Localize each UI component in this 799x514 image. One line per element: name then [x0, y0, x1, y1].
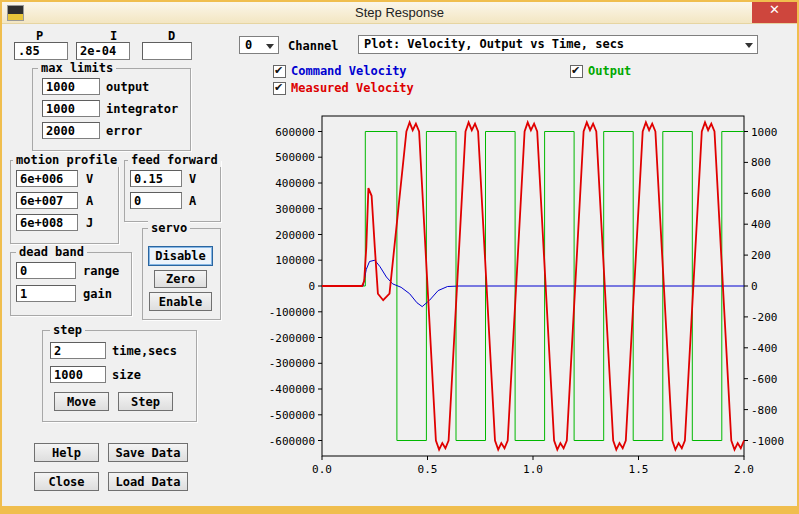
svg-text:0: 0 [308, 280, 315, 293]
dead-band-gain-input[interactable] [16, 285, 76, 302]
max-limits-title: max limits [38, 61, 116, 75]
output-limit-input[interactable] [42, 78, 100, 95]
svg-text:-600000: -600000 [269, 435, 315, 448]
step-button[interactable]: Step [118, 392, 173, 411]
step-time-label: time,secs [112, 344, 177, 358]
svg-text:-200: -200 [751, 311, 778, 324]
step-size-input[interactable] [50, 366, 106, 383]
app-icon [7, 5, 24, 21]
command-velocity-label: Command Velocity [291, 64, 407, 78]
feed-forward-v-label: V [189, 172, 196, 186]
svg-text:1000: 1000 [751, 126, 778, 139]
dead-band-range-input[interactable] [16, 262, 76, 279]
integrator-limit-label: integrator [106, 102, 178, 116]
window-bottom-border [2, 506, 797, 512]
step-title: step [50, 323, 85, 337]
svg-text:600: 600 [751, 187, 771, 200]
svg-text:0.0: 0.0 [312, 463, 332, 476]
acceleration-input[interactable] [16, 192, 78, 209]
jerk-input[interactable] [16, 214, 78, 231]
error-limit-input[interactable] [42, 122, 100, 139]
svg-text:400000: 400000 [275, 177, 315, 190]
feed-forward-a-input[interactable] [130, 192, 182, 209]
measured-velocity-checkbox[interactable] [273, 82, 286, 95]
plot-type-select-value: Plot: Velocity, Output vs Time, secs [364, 37, 624, 51]
step-response-window: Step Response ✕ P I D max limits output … [0, 0, 799, 514]
svg-text:400: 400 [751, 218, 771, 231]
svg-text:-400: -400 [751, 342, 778, 355]
svg-text:-400000: -400000 [269, 383, 315, 396]
velocity-unit-label: V [86, 172, 93, 186]
output-checkbox[interactable] [570, 65, 583, 78]
svg-text:300000: 300000 [275, 203, 315, 216]
help-button[interactable]: Help [34, 443, 99, 462]
svg-text:-300000: -300000 [269, 357, 315, 370]
window-title: Step Response [355, 5, 444, 20]
i-label: I [110, 29, 117, 43]
servo-title: servo [148, 221, 190, 235]
motion-profile-title: motion profile [13, 153, 120, 167]
enable-button[interactable]: Enable [149, 292, 212, 311]
acceleration-unit-label: A [86, 194, 93, 208]
svg-text:200: 200 [751, 249, 771, 262]
dead-band-gain-label: gain [83, 287, 112, 301]
channel-label: Channel [288, 39, 339, 53]
command-velocity-checkbox[interactable] [273, 65, 286, 78]
i-input[interactable] [76, 42, 130, 60]
channel-select[interactable]: 0 [239, 36, 279, 54]
velocity-input[interactable] [16, 170, 78, 187]
load-data-button[interactable]: Load Data [108, 472, 188, 491]
disable-button[interactable]: Disable [148, 246, 213, 266]
channel-select-value: 0 [245, 38, 252, 52]
svg-text:800: 800 [751, 156, 771, 169]
svg-text:1.5: 1.5 [629, 463, 649, 476]
output-label: Output [588, 64, 631, 78]
d-label: D [168, 29, 175, 43]
svg-text:2.0: 2.0 [734, 463, 754, 476]
chevron-down-icon [745, 43, 753, 52]
close-icon: ✕ [769, 2, 780, 17]
step-response-plot: 6000005000004000003000002000001000000-10… [247, 98, 795, 503]
svg-text:500000: 500000 [275, 151, 315, 164]
svg-text:-200000: -200000 [269, 332, 315, 345]
close-window-button[interactable]: ✕ [752, 2, 797, 23]
chevron-down-icon [266, 44, 274, 53]
svg-text:1.0: 1.0 [523, 463, 543, 476]
svg-text:-100000: -100000 [269, 306, 315, 319]
feed-forward-v-input[interactable] [130, 170, 182, 187]
svg-text:200000: 200000 [275, 229, 315, 242]
svg-text:-500000: -500000 [269, 409, 315, 422]
zero-button[interactable]: Zero [154, 270, 207, 288]
move-button[interactable]: Move [54, 392, 109, 411]
d-input[interactable] [142, 42, 192, 60]
svg-text:0.5: 0.5 [418, 463, 438, 476]
svg-text:0: 0 [751, 280, 758, 293]
integrator-limit-input[interactable] [42, 100, 100, 117]
feed-forward-a-label: A [189, 194, 196, 208]
plot-type-select[interactable]: Plot: Velocity, Output vs Time, secs [358, 35, 758, 54]
dead-band-range-label: range [83, 264, 119, 278]
svg-text:100000: 100000 [275, 254, 315, 267]
dead-band-title: dead band [16, 245, 87, 259]
step-size-label: size [112, 368, 141, 382]
close-button[interactable]: Close [34, 472, 99, 491]
output-limit-label: output [106, 80, 149, 94]
svg-text:-800: -800 [751, 404, 778, 417]
step-time-input[interactable] [50, 342, 106, 359]
feed-forward-title: feed forward [128, 153, 221, 167]
svg-text:600000: 600000 [275, 126, 315, 139]
error-limit-label: error [106, 124, 142, 138]
save-data-button[interactable]: Save Data [108, 443, 188, 462]
measured-velocity-label: Measured Velocity [291, 81, 414, 95]
jerk-unit-label: J [86, 216, 93, 230]
p-label: P [36, 29, 43, 43]
p-input[interactable] [14, 42, 68, 60]
svg-text:-600: -600 [751, 373, 778, 386]
svg-text:-1000: -1000 [751, 435, 784, 448]
title-bar: Step Response [2, 2, 797, 24]
